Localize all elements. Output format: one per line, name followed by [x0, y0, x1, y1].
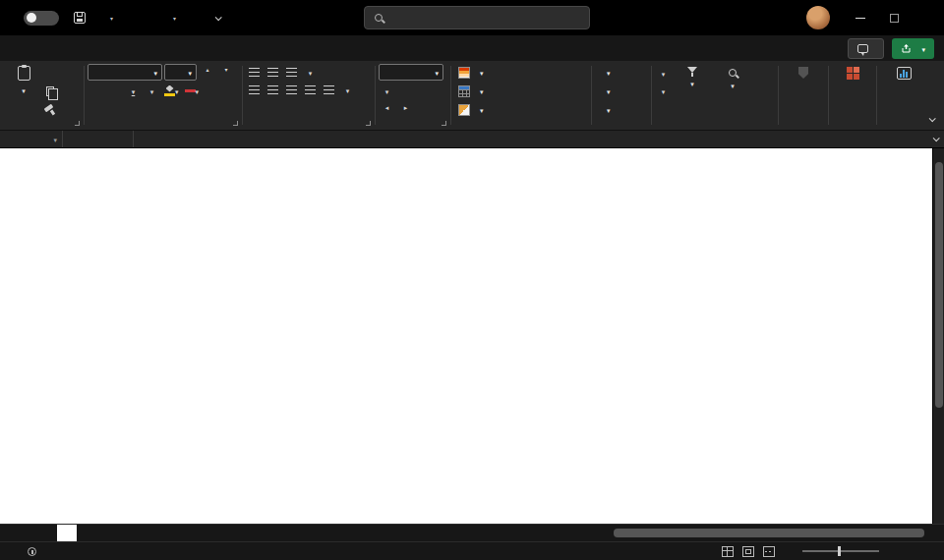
- save-button[interactable]: [69, 5, 90, 30]
- styles-group: [452, 61, 590, 130]
- search-box[interactable]: [364, 6, 590, 29]
- format-as-table-icon: [458, 85, 470, 97]
- decrease-indent-button[interactable]: [302, 82, 319, 97]
- maximize-button[interactable]: [877, 0, 911, 35]
- font-name-select[interactable]: [88, 64, 162, 81]
- number-dialog-launcher[interactable]: [442, 121, 446, 126]
- normal-view-button[interactable]: [722, 546, 734, 557]
- formula-input[interactable]: [133, 131, 926, 147]
- align-right-button[interactable]: [283, 82, 300, 97]
- format-cells-button[interactable]: [597, 101, 611, 118]
- decrease-font-button[interactable]: ▾: [217, 65, 234, 81]
- sheet-tab-sheet1[interactable]: [57, 525, 77, 542]
- merge-center-button[interactable]: [339, 82, 356, 97]
- middle-align-button[interactable]: [265, 64, 281, 80]
- expand-formula-bar-button[interactable]: [926, 137, 944, 141]
- redo-button[interactable]: [132, 5, 153, 30]
- paste-button[interactable]: [6, 64, 41, 95]
- percent-style-button[interactable]: [397, 83, 414, 98]
- italic-button[interactable]: [106, 83, 123, 98]
- align-center-button[interactable]: [265, 82, 281, 97]
- accounting-format-button[interactable]: [379, 83, 395, 98]
- bold-button[interactable]: [88, 83, 104, 98]
- wrap-text-button[interactable]: [321, 64, 337, 80]
- top-align-icon: [249, 68, 260, 77]
- fill-color-button[interactable]: [162, 83, 181, 98]
- format-painter-button[interactable]: [41, 101, 58, 117]
- page-layout-view-button[interactable]: [742, 546, 754, 557]
- font-color-button[interactable]: [183, 83, 202, 98]
- save-icon: [74, 12, 86, 24]
- sensitivity-icon: [798, 67, 808, 79]
- undo-button[interactable]: ▾: [100, 5, 122, 30]
- ribbon: ▴ ▾: [0, 61, 944, 131]
- sensitivity-button[interactable]: [782, 64, 825, 80]
- avatar[interactable]: [806, 6, 830, 29]
- number-format-select[interactable]: [379, 64, 443, 81]
- editing-group-label: [655, 116, 775, 130]
- find-select-button[interactable]: [713, 64, 752, 91]
- increase-indent-button[interactable]: [321, 82, 337, 97]
- scroll-down-arrow[interactable]: [933, 512, 944, 524]
- underline-button[interactable]: [125, 83, 142, 98]
- font-size-select[interactable]: [164, 64, 197, 81]
- horizontal-scrollbar[interactable]: [606, 525, 932, 541]
- cell-styles-icon: [458, 104, 470, 116]
- clipboard-dialog-launcher[interactable]: [75, 121, 80, 126]
- align-left-button[interactable]: [246, 82, 263, 97]
- alignment-group-label: [246, 116, 372, 130]
- analyze-data-icon: [897, 67, 912, 80]
- bottom-align-button[interactable]: [283, 64, 300, 80]
- page-break-view-button[interactable]: [763, 546, 775, 557]
- decrease-decimal-button[interactable]: ▸: [397, 100, 414, 116]
- close-button[interactable]: [911, 0, 944, 35]
- middle-align-icon: [267, 68, 278, 77]
- alignment-dialog-launcher[interactable]: [366, 121, 371, 126]
- zoom-slider-thumb[interactable]: [838, 546, 841, 556]
- scroll-up-arrow[interactable]: [933, 148, 944, 160]
- sheet-tab-bar: [0, 524, 944, 541]
- titlebar: ▾ ▾: [0, 0, 944, 35]
- autosave-toggle[interactable]: [24, 11, 59, 26]
- increase-font-button[interactable]: ▴: [199, 65, 215, 81]
- format-as-table-button[interactable]: [458, 83, 484, 99]
- analyze-data-button[interactable]: [880, 64, 927, 81]
- borders-button[interactable]: [144, 83, 160, 98]
- comma-style-button[interactable]: [416, 83, 433, 98]
- top-align-button[interactable]: [246, 64, 263, 80]
- sort-filter-button[interactable]: [672, 64, 713, 89]
- minimize-button[interactable]: [844, 0, 877, 35]
- zoom-slider[interactable]: [802, 550, 879, 552]
- ribbon-tabs: [0, 35, 10, 61]
- sort-filter-icon: [687, 67, 697, 77]
- name-box[interactable]: [0, 131, 63, 147]
- status-bar-right: [722, 546, 944, 557]
- cell-styles-button[interactable]: [458, 101, 484, 118]
- cut-button[interactable]: [41, 66, 58, 82]
- vertical-scroll-thumb[interactable]: [935, 162, 943, 408]
- share-button[interactable]: [892, 38, 934, 59]
- increase-decimal-button[interactable]: ◂: [379, 100, 395, 116]
- quick-access-toolbar: ▾ ▾: [0, 5, 220, 30]
- comments-button[interactable]: [848, 38, 884, 59]
- orientation-button[interactable]: [302, 64, 319, 80]
- copy-button[interactable]: [41, 84, 58, 99]
- customize-qat-button[interactable]: ▾: [163, 5, 185, 30]
- accessibility-status[interactable]: [28, 547, 41, 556]
- document-title[interactable]: [208, 16, 220, 21]
- bottom-align-icon: [286, 68, 297, 77]
- clear-button[interactable]: [655, 83, 672, 98]
- find-select-icon: [729, 69, 737, 77]
- conditional-formatting-button[interactable]: [458, 64, 484, 81]
- delete-cells-button[interactable]: [597, 83, 611, 99]
- horizontal-scroll-thumb[interactable]: [614, 529, 924, 537]
- vertical-scrollbar[interactable]: [932, 148, 944, 524]
- maximize-icon: [890, 14, 899, 23]
- addins-button[interactable]: [832, 64, 873, 81]
- font-dialog-launcher[interactable]: [233, 121, 238, 126]
- autosum-button[interactable]: [655, 65, 672, 81]
- collapse-ribbon-button[interactable]: [929, 115, 936, 122]
- window-controls: [806, 0, 944, 35]
- insert-cells-button[interactable]: [597, 64, 611, 81]
- decrease-indent-icon: [305, 85, 316, 94]
